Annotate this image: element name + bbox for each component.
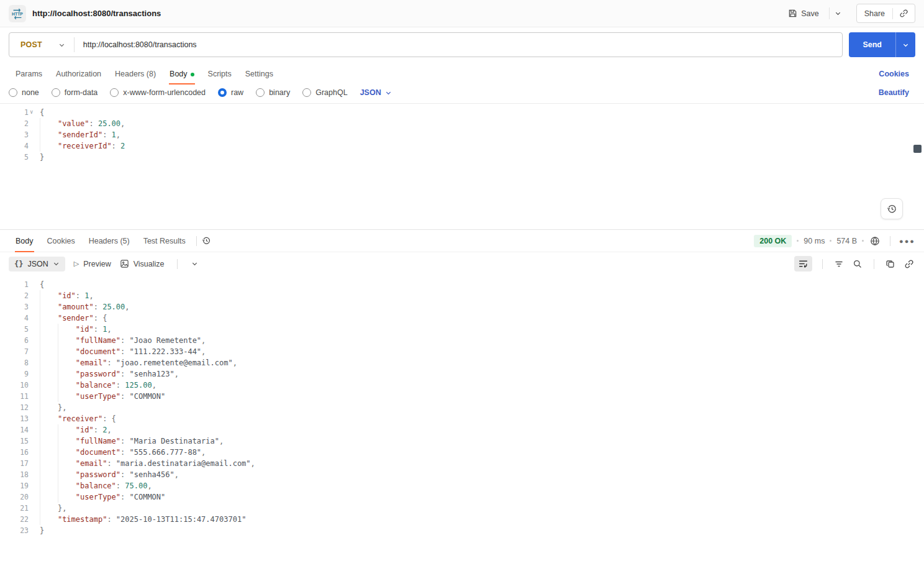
code-line: 8 "email": "joao.remetente@email.com", [0,357,924,368]
indent-guide [40,140,40,152]
radio-raw[interactable]: raw [218,88,243,97]
indent-guide [40,335,40,346]
send-button[interactable]: Send [849,32,895,57]
save-button[interactable]: Save [783,5,824,22]
line-number: 20 [0,491,29,503]
line-number: 4 [0,140,29,152]
code-line: 1{ [0,279,924,290]
code-line: 9 "password": "senha123", [0,368,924,380]
wrap-text-icon [798,258,808,269]
radio-form-data[interactable]: form-data [52,88,98,97]
save-options-chevron[interactable] [829,7,846,19]
response-body-editor[interactable]: 1{2 "id": 1,3 "amount": 25.00,4 "sender"… [0,275,924,554]
network-info-button[interactable] [869,235,881,247]
indent-guide [40,129,40,140]
indent-guide [40,118,40,129]
link-response-button[interactable] [903,258,915,270]
indent-guide [40,491,40,503]
copy-response-button[interactable] [884,258,897,270]
status-badge[interactable]: 200 OK [754,235,792,247]
tab-authorization[interactable]: Authorization [49,64,108,84]
postbot-history-button[interactable] [881,198,903,219]
share-button[interactable]: Share [857,5,892,22]
beautify-link[interactable]: Beautify [879,88,915,97]
code-line: 2 "id": 1, [0,290,924,301]
raw-format-selector[interactable]: JSON [360,88,392,97]
indent-guide [40,402,40,413]
response-tab-test-results[interactable]: Test Results [137,231,192,252]
indent-guide [58,480,58,491]
topbar-actions: Save Share [783,4,915,23]
radio-circle-icon [302,88,311,97]
meta-divider [890,236,890,246]
line-number: 2 [0,290,29,301]
radio-graphql[interactable]: GraphQL [302,88,347,97]
editor-scrollbar-thumb[interactable] [913,145,922,153]
indent-guide [58,436,58,447]
indent-guide [58,368,58,380]
line-number: 3 [0,301,29,313]
page-title: http://localhost:8080/transactions [32,9,161,18]
radio-binary-label: binary [269,88,290,97]
line-number: 11 [0,391,29,402]
image-icon [120,259,129,268]
indent-guide [40,313,40,324]
tab-headers[interactable]: Headers (8) [108,64,163,84]
indent-guide [40,424,40,436]
indent-guide [58,335,58,346]
code-line: 21 }, [0,503,924,514]
tools-divider [874,259,874,269]
visualize-button[interactable]: Visualize [120,259,165,268]
code-line: 14 "id": 2, [0,424,924,436]
copy-link-button[interactable] [893,4,915,22]
tab-body[interactable]: Body [163,64,201,84]
indent-guide [40,346,40,357]
fold-chevron-icon[interactable]: ∨ [30,106,33,117]
request-body-editor[interactable]: 1{∨2 "value": 25.00,3 "senderId": 1,4 "r… [0,103,924,230]
cookies-link[interactable]: Cookies [879,70,915,78]
line-number: 7 [0,346,29,357]
play-icon: ▷ [74,260,79,268]
response-size[interactable]: 574 B [836,237,857,245]
body-modified-dot [191,73,194,76]
line-number: 5 [0,152,29,163]
send-group: Send [849,32,915,57]
response-tab-cookies[interactable]: Cookies [40,231,82,252]
radio-binary[interactable]: binary [256,88,290,97]
more-options-button[interactable]: ●●● [899,237,915,245]
response-time[interactable]: 90 ms [804,237,825,245]
chevron-down-icon [835,10,841,17]
code-line: 19 "balance": 75.00, [0,480,924,491]
indent-guide [58,458,58,469]
response-meta: 200 OK 90 ms 574 B ●●● [754,235,915,247]
radio-raw-label: raw [231,88,243,97]
toolbar-divider [177,259,178,269]
tab-params[interactable]: Params [9,64,49,84]
share-group: Share [856,4,915,23]
line-number: 6 [0,335,29,346]
indent-guide [40,514,40,525]
line-number: 3 [0,129,29,140]
view-options-chevron[interactable] [190,259,199,268]
wrap-text-button[interactable] [794,256,812,272]
search-button[interactable] [851,258,864,270]
line-number: 2 [0,118,29,129]
line-number: 5 [0,324,29,335]
send-options-chevron[interactable] [895,32,915,57]
line-number: 19 [0,480,29,491]
response-tab-headers[interactable]: Headers (5) [82,231,137,252]
response-history-button[interactable] [201,235,212,247]
response-tab-body[interactable]: Body [9,231,40,252]
filter-button[interactable] [833,258,845,270]
preview-button[interactable]: ▷ Preview [74,260,111,268]
tools-divider [822,259,823,269]
tab-settings[interactable]: Settings [238,64,280,84]
response-format-selector[interactable]: {} JSON [9,257,65,272]
radio-x-www-form-urlencoded[interactable]: x-www-form-urlencoded [110,88,206,97]
radio-none[interactable]: none [9,88,39,97]
url-input[interactable] [77,40,843,49]
method-selector[interactable]: POST [9,40,74,49]
chevron-down-icon [58,42,65,48]
code-line: 11 "userType": "COMMON" [0,391,924,402]
tab-scripts[interactable]: Scripts [201,64,238,84]
